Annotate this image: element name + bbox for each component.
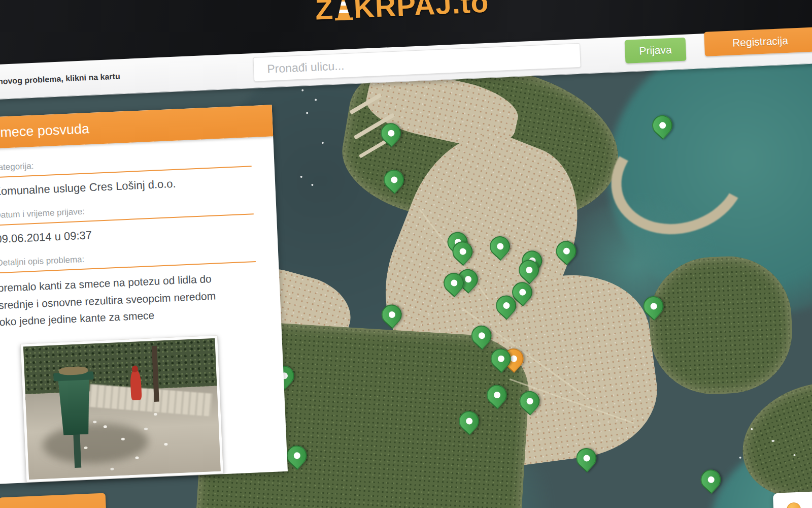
report-panel: Smece posvuda Kategorija: Komunalne uslu… [0,105,288,486]
category-value: Komunalne usluge Cres Lošinj d.o.o. [0,174,252,198]
logo[interactable]: ZKRPAJ.to [285,0,520,35]
register-button[interactable]: Registracija [704,27,812,56]
map-pin-green[interactable] [572,444,601,473]
map-pin-green[interactable] [483,380,512,409]
map-hint-text: Za prijavu novog problema, klikni na kar… [0,59,121,101]
category-label: Kategorija: [0,151,252,178]
login-button[interactable]: Prijava [625,38,687,64]
report-panel-body: Kategorija: Komunalne usluge Cres Lošinj… [0,136,288,485]
logo-text-to: .to [451,0,489,20]
logo-text-krpaj: KRPAJ [353,0,453,24]
logo-text-z: Z [315,0,334,25]
orange-marker-dot-icon [787,502,801,508]
traffic-cone-icon [334,0,353,21]
report-title: Smece posvuda [0,113,90,148]
report-photo[interactable] [21,335,223,482]
map-pin-green[interactable] [515,387,544,416]
date-value: 09.06.2014 u 09:37 [0,221,255,246]
date-label: Datum i vrijeme prijave: [0,199,254,226]
map-pin-green[interactable] [377,300,406,329]
map-pin-green[interactable] [639,292,668,321]
map-pin-green[interactable] [380,166,409,195]
map-pin-green[interactable] [455,407,484,436]
map-pin-green[interactable] [377,119,405,148]
site-container: ZKRPAJ.to Za prijavu novog problema, kli… [0,0,812,508]
map-pin-green[interactable] [486,232,515,261]
map-pin-green[interactable] [648,111,677,140]
map-pin-green[interactable] [552,237,581,266]
photo-hydrant-cap [132,365,138,372]
map-pin-green[interactable] [467,322,496,351]
map-pin-green[interactable] [696,465,725,494]
